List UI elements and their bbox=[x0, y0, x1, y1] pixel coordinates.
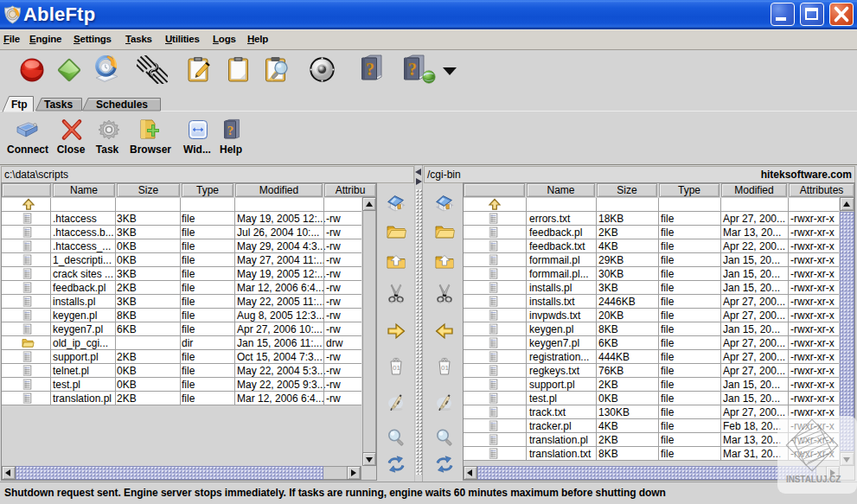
svg-text:Tasks: Tasks bbox=[44, 99, 73, 111]
svg-text:Ftp: Ftp bbox=[11, 99, 28, 111]
svg-text:Schedules: Schedules bbox=[96, 99, 148, 111]
svg-text:?: ? bbox=[227, 124, 234, 137]
svg-text:?: ? bbox=[366, 60, 374, 79]
svg-text:?: ? bbox=[408, 60, 417, 79]
